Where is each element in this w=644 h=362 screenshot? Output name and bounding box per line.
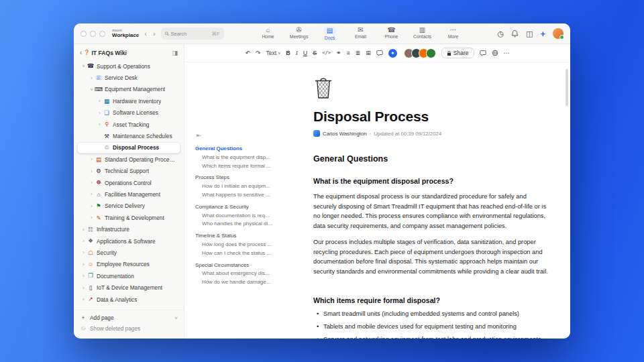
sidebar-item-operations-control[interactable]: › ☸ Operations Control bbox=[77, 177, 180, 188]
redo-icon[interactable]: ↷ bbox=[256, 50, 261, 56]
back-icon[interactable]: ‹ bbox=[144, 30, 148, 38]
chevron-right-icon[interactable]: › bbox=[80, 250, 87, 255]
globe-icon[interactable] bbox=[492, 50, 498, 56]
search-input[interactable]: ⚲ Search ⌘F bbox=[161, 27, 224, 40]
collapse-sidebar-icon[interactable]: ◨ bbox=[172, 50, 178, 56]
docs-icon: ❐ bbox=[87, 273, 95, 279]
text-style-dropdown[interactable]: Text ˅ bbox=[266, 50, 281, 56]
chevron-right-icon[interactable]: › bbox=[97, 111, 103, 115]
sidebar-item-infrastructure[interactable]: › ☷ Infrastructure bbox=[77, 223, 180, 235]
chevron-right-icon[interactable]: › bbox=[89, 215, 95, 220]
sidebar-item-standard-operating-procedures[interactable]: › ▤ Standard Operating Procedures bbox=[77, 154, 180, 165]
toc-item[interactable]: Which items require formal ... bbox=[195, 162, 286, 171]
sidebar-item-hardware-inventory[interactable]: › ▦ Hardware Inventory bbox=[77, 95, 180, 107]
scrollbar[interactable] bbox=[566, 69, 568, 106]
sidebar-item-software-licenses[interactable]: › ❏ Software Licenses bbox=[77, 107, 180, 119]
sidebar-item-documentation[interactable]: › ❐ Documentation bbox=[77, 270, 180, 282]
toc-item[interactable]: What is the equipment disp... bbox=[195, 154, 286, 162]
chevron-right-icon[interactable]: › bbox=[97, 99, 103, 103]
chevron-right-icon[interactable]: › bbox=[80, 239, 87, 243]
chevron-right-icon[interactable]: › bbox=[80, 262, 87, 267]
toc-item[interactable]: Compliance & Security bbox=[195, 203, 286, 212]
chevron-right-icon[interactable]: › bbox=[80, 297, 87, 302]
toc-item[interactable]: What documentation is req... bbox=[195, 212, 286, 221]
sidebar-item-employee-resources[interactable]: › ☺ Employee Resources bbox=[77, 259, 180, 270]
ai-companion-button[interactable]: ✦ bbox=[388, 49, 397, 58]
bell-icon[interactable] bbox=[511, 29, 519, 38]
sidebar-item-security[interactable]: › ☖ Security bbox=[77, 247, 180, 258]
chevron-right-icon[interactable]: › bbox=[89, 204, 95, 208]
numbered-list-button[interactable]: ≣ bbox=[356, 50, 361, 56]
new-button[interactable]: + bbox=[540, 29, 545, 38]
chevron-down-icon[interactable]: ˅ bbox=[89, 87, 95, 92]
chevron-right-icon[interactable]: › bbox=[89, 76, 95, 80]
more-options-icon[interactable]: ⋯ bbox=[504, 50, 510, 56]
show-deleted-pages-button[interactable]: ♲ Show deleted pages bbox=[80, 323, 178, 334]
chevron-right-icon[interactable]: › bbox=[97, 122, 103, 127]
toc-collapse-icon[interactable]: ⇤ bbox=[197, 132, 286, 139]
layout-icon[interactable]: ◫ bbox=[526, 30, 533, 38]
toc-item[interactable]: How long does the process ... bbox=[195, 241, 286, 249]
history-icon[interactable]: ◷ bbox=[497, 30, 504, 38]
chevron-right-icon[interactable]: › bbox=[89, 157, 95, 162]
toc-item[interactable]: Who handles the physical di... bbox=[195, 220, 286, 229]
sidebar-item-support-operations[interactable]: ˅ ☎ Support & Operations bbox=[77, 60, 180, 72]
toc-item[interactable]: How do I initiate an equipm... bbox=[195, 182, 286, 191]
italic-button[interactable]: I bbox=[296, 50, 298, 56]
sidebar-item-technical-support[interactable]: › ⚙ Technical Support bbox=[77, 166, 180, 177]
underline-button[interactable]: U bbox=[303, 50, 308, 56]
zoom-button[interactable] bbox=[99, 31, 105, 37]
chevron-right-icon[interactable]: › bbox=[80, 274, 87, 278]
chat-icon[interactable] bbox=[480, 50, 486, 56]
minimize-button[interactable] bbox=[90, 31, 96, 37]
chevron-down-icon[interactable]: ˅ bbox=[174, 315, 178, 321]
comment-icon[interactable] bbox=[376, 50, 383, 56]
sidebar-item-data-analytics[interactable]: › ↗ Data & Analytics bbox=[77, 294, 180, 305]
chevron-right-icon[interactable]: › bbox=[89, 180, 95, 185]
bold-button[interactable]: B bbox=[286, 50, 290, 56]
toc-item[interactable]: How do we handle damage... bbox=[195, 278, 286, 287]
link-button[interactable]: ⚭ bbox=[336, 50, 341, 56]
chevron-right-icon[interactable]: › bbox=[80, 227, 87, 232]
tab-home[interactable]: ⌂ Home bbox=[255, 27, 282, 40]
undo-icon[interactable]: ↶ bbox=[245, 50, 250, 56]
tab-meetings[interactable]: ✇ Meetings bbox=[286, 27, 313, 40]
collaborator-avatar[interactable] bbox=[426, 48, 436, 58]
sidebar-item-facilities-management[interactable]: › ⌂ Facilities Management bbox=[77, 188, 180, 200]
tab-phone[interactable]: ☎ Phone bbox=[378, 27, 405, 40]
forward-icon[interactable]: › bbox=[152, 30, 156, 38]
strikethrough-button[interactable]: S bbox=[313, 50, 317, 56]
tab-email[interactable]: ✉ Email bbox=[347, 27, 374, 40]
toc-item[interactable]: How can I check the status ... bbox=[195, 249, 286, 258]
chevron-down-icon[interactable]: ˅ bbox=[80, 64, 87, 68]
sidebar-item-iot-device-management[interactable]: › ▯ IoT & Device Management bbox=[77, 282, 180, 293]
sidebar-item-service-desk[interactable]: › ☏ Service Desk bbox=[77, 72, 180, 83]
sidebar-item-training-development[interactable]: › ✎ Training & Development bbox=[77, 212, 180, 223]
sidebar-item-service-delivery[interactable]: › ⚑ Service Delivery bbox=[77, 200, 180, 212]
toc-item[interactable]: Special Circumstances bbox=[195, 261, 286, 270]
toc-item[interactable]: What happens to sensitive ... bbox=[195, 191, 286, 200]
tab-more[interactable]: ⋯ More bbox=[440, 27, 467, 40]
toc-item[interactable]: Timeline & Status bbox=[195, 232, 286, 241]
chevron-right-icon[interactable]: › bbox=[89, 192, 95, 196]
bullet-list-button[interactable]: ≡ bbox=[346, 50, 350, 56]
code-button[interactable]: </> bbox=[322, 51, 331, 56]
tab-contacts[interactable]: ▥ Contacts bbox=[409, 27, 436, 40]
toc-item[interactable]: Process Steps bbox=[195, 174, 286, 182]
toc-item[interactable]: What about emergency dis... bbox=[195, 269, 286, 278]
chevron-right-icon[interactable]: › bbox=[80, 286, 87, 290]
align-button[interactable]: ⊞ bbox=[366, 50, 371, 56]
sidebar-item-equipment-management[interactable]: ˅ ⌨ Equipment Management bbox=[77, 84, 180, 95]
toc-item[interactable]: General Questions bbox=[195, 145, 286, 154]
sidebar-item-applications-software[interactable]: › ❖ Applications & Software bbox=[77, 235, 180, 247]
add-page-button[interactable]: + Add page ˅ bbox=[80, 312, 178, 323]
chevron-right-icon[interactable]: › bbox=[89, 169, 95, 174]
sidebar-item-maintenance-schedules[interactable]: ⚒ Maintenance Schedules bbox=[77, 130, 180, 141]
sidebar-item-asset-tracking[interactable]: › ⚲ Asset Tracking bbox=[77, 119, 180, 130]
sidebar-back-icon[interactable]: ‹ bbox=[80, 49, 82, 56]
user-avatar[interactable] bbox=[553, 28, 564, 39]
share-button[interactable]: Share bbox=[441, 48, 474, 58]
sidebar-item-disposal-process[interactable]: ♲ Disposal Process bbox=[77, 142, 180, 154]
close-button[interactable] bbox=[80, 31, 87, 37]
tab-docs[interactable]: ▤ Docs bbox=[317, 27, 343, 40]
